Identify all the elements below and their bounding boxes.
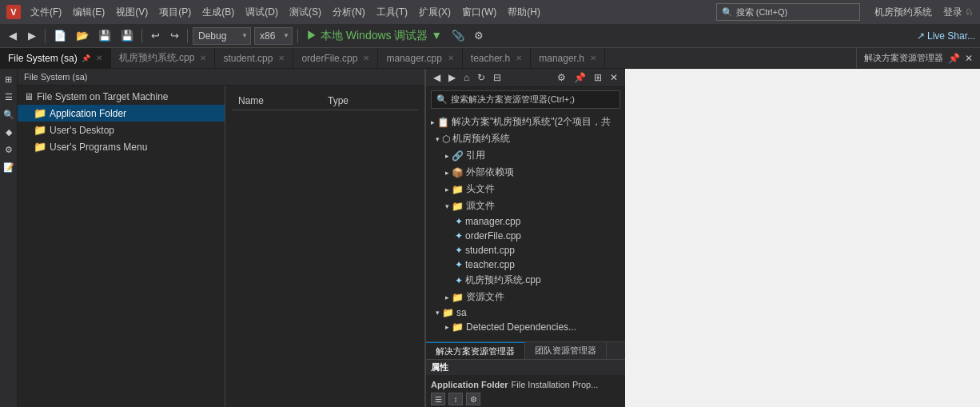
properties-panel: 属性 Application Folder File Installation … [426,359,625,407]
sol-student-cpp[interactable]: ✦ student.cpp [426,243,625,257]
user-label[interactable]: 登录 ♘ [943,6,974,19]
sol-main-cpp[interactable]: ✦ 机房预约系统.cpp [426,272,625,289]
sol-refresh-btn[interactable]: ↻ [475,71,488,84]
configuration-select[interactable]: Debug Release [193,27,251,45]
menu-tools[interactable]: 工具(T) [372,4,412,21]
tab-teacher-h-close[interactable]: ✕ [516,54,522,62]
solution-search-box[interactable]: 🔍 搜索解决方案资源管理器(Ctrl+;) [431,90,620,109]
manager-cpp-icon: ✦ [455,216,463,227]
back-button[interactable]: ◀ [5,28,21,43]
sol-back-btn[interactable]: ◀ [431,71,443,84]
tab-orderfile-cpp-close[interactable]: ✕ [363,54,369,62]
sol-pin-btn[interactable]: 📌 [572,71,588,84]
tree-item-application-folder[interactable]: 📁 Application Folder [18,105,225,122]
tab-manager-cpp-close[interactable]: ✕ [448,54,454,62]
sidebar-icon-6[interactable]: 📝 [2,160,16,174]
undo-button[interactable]: ↩ [147,28,163,43]
tab-manager-h-close[interactable]: ✕ [590,54,596,62]
tab-student-cpp-label: student.cpp [223,53,273,64]
live-share-button[interactable]: ↗ Live Shar... [917,30,975,42]
sol-resources[interactable]: ▸ 📁 资源文件 [426,289,625,305]
menu-file[interactable]: 文件(F) [26,4,66,21]
sidebar-icon-1[interactable]: ⊞ [2,72,16,86]
filesystem-panel: File System (sa) 🖥 File System on Target… [18,69,425,407]
filesystem-content: 🖥 File System on Target Machine 📁 Applic… [18,86,424,407]
menu-edit[interactable]: 编辑(E) [68,4,110,21]
redo-button[interactable]: ↪ [166,28,182,43]
sol-close-btn[interactable]: ✕ [608,71,620,84]
sidebar-icon-5[interactable]: ⚙ [2,142,16,157]
global-search-box[interactable]: 🔍 搜索 (Ctrl+Q) [716,3,860,21]
sol-forward-btn[interactable]: ▶ [446,71,458,84]
sol-external-deps[interactable]: ▸ 📦 外部依赖项 [426,164,625,181]
sol-manager-cpp[interactable]: ✦ manager.cpp [426,214,625,229]
tab-manager-h[interactable]: manager.h ✕ [531,48,605,68]
external-deps-arrow: ▸ [445,169,449,177]
save-all-button[interactable]: 💾 [118,28,137,43]
teacher-cpp-label: teacher.cpp [465,259,515,270]
sidebar-icon-3[interactable]: 🔍 [2,107,16,122]
sol-collapse-btn[interactable]: ⊟ [491,71,504,84]
sol-headers[interactable]: ▸ 📁 头文件 [426,181,625,198]
tab-main-cpp-close[interactable]: ✕ [200,54,206,62]
properties-title: 属性 [426,360,625,375]
menu-help[interactable]: 帮助(H) [503,4,545,21]
menu-extensions[interactable]: 扩展(X) [414,4,456,21]
menu-analyze[interactable]: 分析(N) [328,4,370,21]
external-deps-label: 外部依赖项 [466,166,514,179]
sol-expand-btn[interactable]: ⊞ [592,71,604,84]
sidebar-icon-4[interactable]: ◆ [2,125,16,139]
solution-project[interactable]: ▾ ⬡ 机房预约系统 [426,130,625,147]
extra-button[interactable]: ⚙ [471,28,487,43]
sol-teacher-cpp[interactable]: ✦ teacher.cpp [426,257,625,272]
app-title: 机房预约系统 [874,6,932,19]
folder-icon-programs: 📁 [34,141,46,153]
prop-list-btn[interactable]: ☰ [431,393,445,405]
sol-home-btn[interactable]: ⌂ [461,71,472,84]
menu-test[interactable]: 测试(S) [285,4,326,21]
tab-student-cpp[interactable]: student.cpp ✕ [215,48,293,68]
solution-explorer-toggle[interactable]: 解决方案资源管理器 [862,51,946,65]
filesystem-title: File System (sa) [24,72,87,82]
tab-manager-cpp[interactable]: manager.cpp ✕ [378,48,462,68]
tab-orderfile-cpp[interactable]: orderFile.cpp ✕ [293,48,378,68]
menu-project[interactable]: 项目(P) [154,4,196,21]
solution-root-arrow: ▸ [431,118,435,126]
tree-item-programs-menu[interactable]: 📁 User's Programs Menu [18,138,225,155]
save-button[interactable]: 💾 [95,28,114,43]
sol-sa[interactable]: ▾ 📁 sa [426,305,625,320]
new-file-button[interactable]: 📄 [50,28,70,43]
tab-filesystem-close[interactable]: ✕ [96,54,102,62]
prop-sort-btn[interactable]: ↕ [448,393,463,405]
open-button[interactable]: 📂 [73,28,92,43]
run-button[interactable]: ▶ 本地 Windows 调试器 ▼ [303,27,445,45]
sol-references[interactable]: ▸ 🔗 引用 [426,147,625,164]
menu-debug[interactable]: 调试(D) [241,4,283,21]
solution-root[interactable]: ▸ 📋 解决方案"机房预约系统"(2个项目，共 [426,114,625,130]
forward-button[interactable]: ▶ [24,28,40,43]
tab-solution-explorer[interactable]: 解决方案资源管理器 [426,342,525,359]
attach-button[interactable]: 📎 [448,28,468,43]
menu-view[interactable]: 视图(V) [111,4,153,21]
properties-pin[interactable]: 📌 [946,52,962,65]
menu-build[interactable]: 生成(B) [197,4,239,21]
tab-student-cpp-close[interactable]: ✕ [278,54,285,62]
prop-settings-btn[interactable]: ⚙ [466,393,480,405]
tab-filesystem[interactable]: File System (sa) 📌 ✕ [0,48,111,68]
tree-item-desktop[interactable]: 📁 User's Desktop [18,122,225,138]
sol-detected-deps[interactable]: ▸ 📁 Detected Dependencies... [426,320,625,334]
sol-settings-btn[interactable]: ⚙ [555,71,568,84]
properties-toolbar: ☰ ↕ ⚙ [431,393,620,405]
menu-window[interactable]: 窗口(W) [457,4,501,21]
sol-orderfile-cpp[interactable]: ✦ orderFile.cpp [426,229,625,243]
sol-sources[interactable]: ▾ 📁 源文件 [426,198,625,214]
platform-select[interactable]: x86 x64 [254,27,293,45]
sidebar-icon-2[interactable]: ☰ [2,90,16,104]
orderfile-cpp-icon: ✦ [455,230,463,241]
main-cpp-icon: ✦ [455,275,463,286]
tab-teacher-h[interactable]: teacher.h ✕ [463,48,531,68]
sources-arrow: ▾ [445,202,449,210]
properties-close[interactable]: ✕ [962,52,975,65]
tab-main-cpp[interactable]: 机房预约系统.cpp ✕ [111,48,216,68]
tab-team-explorer[interactable]: 团队资源管理器 [525,342,607,359]
